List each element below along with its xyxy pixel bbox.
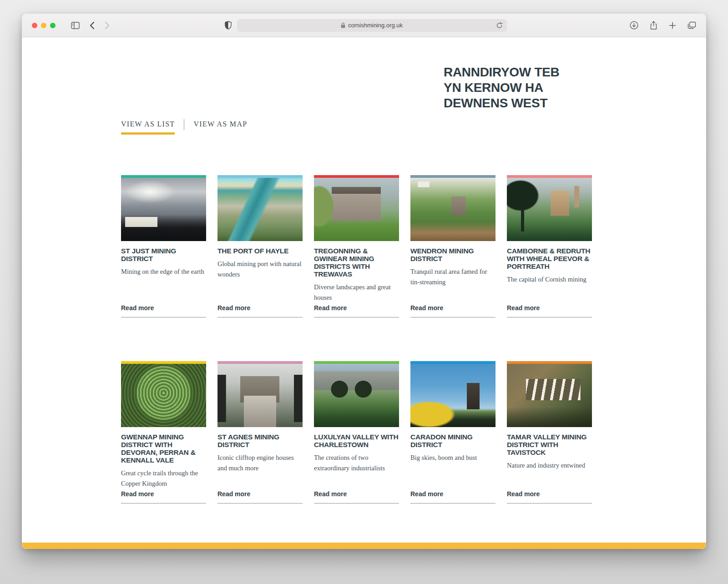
- district-card[interactable]: LUXULYAN VALLEY WITH CHARLESTOWN The cre…: [314, 361, 399, 503]
- url-text: cornishmining.org.uk: [348, 22, 403, 29]
- close-button[interactable]: [32, 23, 37, 28]
- address-bar[interactable]: cornishmining.org.uk: [237, 19, 507, 32]
- card-photo[interactable]: [507, 178, 592, 241]
- read-more-link[interactable]: Read more: [314, 304, 399, 317]
- page-title-line: YN KERNOW HA: [444, 80, 598, 96]
- district-card[interactable]: TAMAR VALLEY MINING DISTRICT WITH TAVIST…: [507, 361, 592, 503]
- read-more-link[interactable]: Read more: [121, 304, 206, 317]
- read-more-link[interactable]: Read more: [410, 304, 495, 317]
- card-photo[interactable]: [410, 364, 495, 427]
- new-tab-icon[interactable]: [669, 22, 676, 29]
- back-icon[interactable]: [90, 21, 95, 30]
- card-photo[interactable]: [121, 364, 206, 427]
- card-description: Diverse landscapes and great houses: [314, 282, 399, 302]
- tab-view-as-map[interactable]: VIEW AS MAP: [193, 120, 247, 135]
- card-title: CAMBORNE & REDRUTH WITH WHEAL PEEVOR & P…: [507, 247, 592, 270]
- privacy-shield-icon[interactable]: [225, 21, 232, 30]
- card-description: The capital of Cornish mining: [507, 274, 592, 284]
- download-icon[interactable]: [630, 21, 638, 30]
- card-title: CARADON MINING DISTRICT: [410, 433, 495, 448]
- district-card[interactable]: GWENNAP MINING DISTRICT WITH DEVORAN, PE…: [121, 361, 206, 503]
- browser-window: cornishmining.org.uk: [22, 14, 706, 549]
- lock-icon: [341, 22, 345, 28]
- card-description: Global mining port with natural wonders: [217, 259, 303, 279]
- card-description: Tranquil rural area famed for tin-stream…: [410, 267, 495, 287]
- window-controls: [32, 23, 56, 28]
- district-card[interactable]: TREGONNING & GWINEAR MINING DISTRICTS WI…: [314, 175, 399, 317]
- card-photo[interactable]: [217, 364, 303, 427]
- tab-label: VIEW AS LIST: [121, 120, 175, 128]
- card-title: THE PORT OF HAYLE: [217, 247, 303, 255]
- card-description: Big skies, boom and bust: [410, 453, 495, 463]
- tab-divider: [184, 119, 184, 130]
- district-card-grid: ST JUST MINING DISTRICT Mining on the ed…: [121, 175, 592, 503]
- card-title: WENDRON MINING DISTRICT: [410, 247, 495, 262]
- district-card[interactable]: WENDRON MINING DISTRICT Tranquil rural a…: [410, 175, 495, 317]
- toolbar-right: [630, 21, 696, 30]
- forward-icon[interactable]: [105, 21, 110, 30]
- reload-icon[interactable]: [496, 22, 503, 29]
- view-tabs: VIEW AS LIST VIEW AS MAP: [121, 119, 247, 136]
- card-photo[interactable]: [314, 178, 399, 241]
- zoom-button[interactable]: [50, 23, 56, 28]
- read-more-link[interactable]: Read more: [410, 490, 495, 503]
- tab-label: VIEW AS MAP: [193, 120, 247, 128]
- card-title: ST AGNES MINING DISTRICT: [217, 433, 303, 448]
- card-description: Nature and industry entwined: [507, 460, 592, 470]
- card-description: The creations of two extraordinary indus…: [314, 453, 399, 473]
- page-title: RANNDIRYOW TEB YN KERNOW HA DEWNENS WEST: [444, 65, 598, 111]
- district-card[interactable]: CAMBORNE & REDRUTH WITH WHEAL PEEVOR & P…: [507, 175, 592, 317]
- card-description: Great cycle trails through the Copper Ki…: [121, 468, 206, 488]
- page-content: RANNDIRYOW TEB YN KERNOW HA DEWNENS WEST…: [22, 37, 706, 549]
- card-photo[interactable]: [410, 178, 495, 241]
- card-photo[interactable]: [217, 178, 303, 241]
- minimize-button[interactable]: [41, 23, 46, 28]
- page-title-line: DEWNENS WEST: [444, 96, 598, 111]
- card-title: TAMAR VALLEY MINING DISTRICT WITH TAVIST…: [507, 433, 592, 456]
- read-more-link[interactable]: Read more: [217, 490, 303, 503]
- share-icon[interactable]: [650, 21, 657, 30]
- active-tab-underline: [121, 132, 175, 135]
- card-photo[interactable]: [314, 364, 399, 427]
- card-title: GWENNAP MINING DISTRICT WITH DEVORAN, PE…: [121, 433, 206, 464]
- page-title-line: RANNDIRYOW TEB: [444, 65, 598, 80]
- card-photo[interactable]: [121, 178, 206, 241]
- card-title: LUXULYAN VALLEY WITH CHARLESTOWN: [314, 433, 399, 448]
- read-more-link[interactable]: Read more: [217, 304, 303, 317]
- card-title: ST JUST MINING DISTRICT: [121, 247, 206, 262]
- read-more-link[interactable]: Read more: [507, 304, 592, 317]
- card-photo[interactable]: [507, 364, 592, 427]
- toolbar-center: cornishmining.org.uk: [110, 19, 622, 32]
- read-more-link[interactable]: Read more: [121, 490, 206, 503]
- card-description: Iconic clifftop engine houses and much m…: [217, 453, 303, 473]
- district-card[interactable]: CARADON MINING DISTRICT Big skies, boom …: [410, 361, 495, 503]
- district-card[interactable]: ST AGNES MINING DISTRICT Iconic clifftop…: [217, 361, 303, 503]
- browser-toolbar: cornishmining.org.uk: [22, 14, 706, 37]
- district-card[interactable]: ST JUST MINING DISTRICT Mining on the ed…: [121, 175, 206, 317]
- read-more-link[interactable]: Read more: [507, 490, 592, 503]
- read-more-link[interactable]: Read more: [314, 490, 399, 503]
- footer-accent-bar: [22, 543, 706, 549]
- district-card[interactable]: THE PORT OF HAYLE Global mining port wit…: [217, 175, 303, 317]
- tab-view-as-list[interactable]: VIEW AS LIST: [121, 120, 175, 135]
- sidebar-icon[interactable]: [71, 22, 80, 29]
- card-title: TREGONNING & GWINEAR MINING DISTRICTS WI…: [314, 247, 399, 278]
- tab-overview-icon[interactable]: [688, 21, 696, 29]
- card-description: Mining on the edge of the earth: [121, 267, 206, 277]
